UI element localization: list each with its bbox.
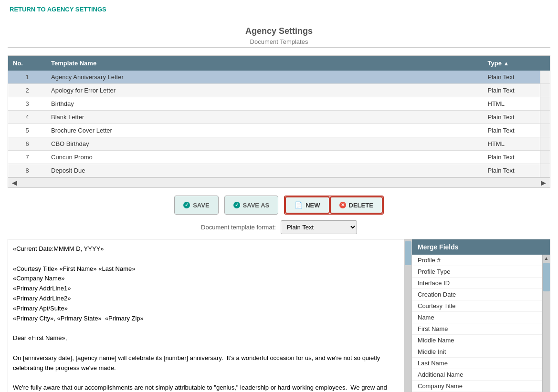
row-name: Brochure Cover Letter: [46, 124, 483, 137]
delete-x-icon: ✕: [339, 202, 346, 208]
table-row[interactable]: 6 CBO Birthday HTML: [8, 137, 550, 151]
row-name: CBO Birthday: [46, 137, 483, 151]
row-type: Plain Text: [483, 124, 540, 137]
save-as-check-icon: ✓: [233, 202, 240, 208]
row-no: 8: [8, 164, 46, 177]
table-row[interactable]: 2 Apology for Error Letter Plain Text: [8, 84, 550, 97]
row-scroll: [540, 137, 550, 151]
format-label: Document template format:: [201, 224, 276, 231]
scroll-right-icon[interactable]: ▶: [541, 179, 546, 186]
save-as-label: SAVE AS: [243, 202, 270, 209]
table-row[interactable]: 4 Blank Letter Plain Text: [8, 111, 550, 124]
merge-header: Merge Fields: [412, 239, 550, 255]
page-header: Agency Settings Document Templates: [0, 19, 558, 47]
editor-area: [8, 239, 412, 392]
new-doc-icon: 📄: [295, 201, 303, 209]
row-type: Plain Text: [483, 151, 540, 164]
row-no: 5: [8, 124, 46, 137]
row-type: Plain Text: [483, 111, 540, 124]
row-no: 1: [8, 71, 46, 84]
row-scroll: [540, 111, 550, 124]
row-no: 7: [8, 151, 46, 164]
row-scroll: [540, 84, 550, 97]
row-type: Plain Text: [483, 164, 540, 177]
row-name: Cuncun Promo: [46, 151, 483, 164]
delete-label: DELETE: [349, 202, 373, 209]
merge-list-item[interactable]: Last Name: [412, 358, 542, 369]
format-select[interactable]: Plain Text HTML: [281, 220, 357, 234]
row-no: 3: [8, 97, 46, 111]
new-button[interactable]: 📄 NEW: [285, 196, 329, 214]
merge-list-item[interactable]: Company Name: [412, 381, 542, 392]
merge-scroll-up-icon[interactable]: ▲: [544, 256, 549, 261]
row-type: Plain Text: [483, 71, 540, 84]
row-name: Birthday: [46, 97, 483, 111]
merge-list-item[interactable]: Profile Type: [412, 266, 542, 278]
row-no: 6: [8, 137, 46, 151]
row-type: Plain Text: [483, 84, 540, 97]
main-content: Merge Fields Profile #Profile TypeInterf…: [8, 239, 550, 392]
save-as-button[interactable]: ✓ SAVE AS: [224, 196, 279, 215]
merge-scroll-thumb[interactable]: [543, 263, 550, 291]
merge-list-item[interactable]: Name: [412, 312, 542, 323]
table-row[interactable]: 7 Cuncun Promo Plain Text: [8, 151, 550, 164]
table-row[interactable]: 1 Agency Anniversary Letter Plain Text: [8, 71, 550, 84]
merge-content: Profile #Profile TypeInterface IDCreatio…: [412, 255, 550, 392]
col-type: Type ▲: [483, 56, 540, 71]
row-name: Agency Anniversary Letter: [46, 71, 483, 84]
row-no: 4: [8, 111, 46, 124]
delete-button[interactable]: ✕ DELETE: [330, 196, 383, 214]
editor-scroll-thumb[interactable]: [405, 241, 411, 265]
sort-up-icon[interactable]: ▲: [504, 60, 509, 67]
return-link[interactable]: RETURN TO AGENCY SETTINGS: [0, 0, 116, 19]
table-row[interactable]: 5 Brochure Cover Letter Plain Text: [8, 124, 550, 137]
merge-list-item[interactable]: Middle Init: [412, 346, 542, 358]
merge-list: Profile #Profile TypeInterface IDCreatio…: [412, 255, 542, 392]
header-divider: [8, 47, 550, 48]
col-template-name: Template Name: [46, 56, 483, 71]
row-no: 2: [8, 84, 46, 97]
table-row[interactable]: 3 Birthday HTML: [8, 97, 550, 111]
new-delete-group: 📄 NEW ✕ DELETE: [284, 196, 384, 215]
table-scrollbar-header: [540, 56, 550, 71]
page-subtitle: Document Templates: [0, 38, 558, 45]
page-title: Agency Settings: [0, 26, 558, 36]
row-scroll: [540, 71, 550, 84]
merge-list-item[interactable]: Additional Name: [412, 369, 542, 381]
action-buttons: ✓ SAVE ✓ SAVE AS 📄 NEW ✕ DELETE: [0, 196, 558, 215]
return-link-container: RETURN TO AGENCY SETTINGS: [0, 0, 558, 19]
save-label: SAVE: [193, 202, 209, 209]
row-name: Blank Letter: [46, 111, 483, 124]
templates-table: No. Template Name Type ▲ 1 Agency Annive…: [8, 56, 550, 177]
table-row[interactable]: 8 Deposit Due Plain Text: [8, 164, 550, 177]
scroll-left-icon[interactable]: ◀: [12, 179, 17, 186]
format-row: Document template format: Plain Text HTM…: [0, 220, 558, 234]
merge-panel: Merge Fields Profile #Profile TypeInterf…: [412, 239, 550, 392]
new-label: NEW: [305, 202, 320, 209]
row-scroll: [540, 124, 550, 137]
merge-list-item[interactable]: Profile #: [412, 255, 542, 266]
merge-list-item[interactable]: Middle Name: [412, 335, 542, 346]
save-button[interactable]: ✓ SAVE: [174, 196, 218, 215]
row-scroll: [540, 97, 550, 111]
row-type: HTML: [483, 97, 540, 111]
merge-list-item[interactable]: Interface ID: [412, 278, 542, 289]
save-check-icon: ✓: [183, 202, 190, 208]
col-no: No.: [8, 56, 46, 71]
merge-list-item[interactable]: First Name: [412, 323, 542, 335]
merge-scrollbar: ▲ ▼: [542, 255, 550, 392]
template-editor[interactable]: [8, 239, 404, 392]
merge-list-item[interactable]: Courtesy Title: [412, 300, 542, 312]
table-nav-arrows: ◀ ▶: [8, 177, 550, 187]
row-type: HTML: [483, 137, 540, 151]
editor-scrollbar: [404, 239, 411, 392]
row-scroll: [540, 164, 550, 177]
row-name: Apology for Error Letter: [46, 84, 483, 97]
templates-table-container: No. Template Name Type ▲ 1 Agency Annive…: [8, 55, 550, 188]
row-name: Deposit Due: [46, 164, 483, 177]
merge-list-item[interactable]: Creation Date: [412, 289, 542, 300]
row-scroll: [540, 151, 550, 164]
